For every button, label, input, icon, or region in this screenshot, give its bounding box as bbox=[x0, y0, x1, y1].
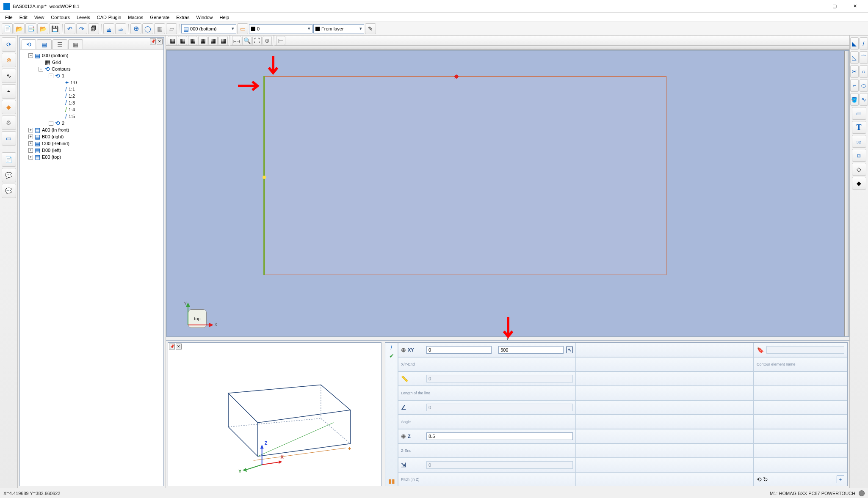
circle-button[interactable] bbox=[142, 23, 153, 34]
tree-node-seg-sel[interactable]: 1:4 bbox=[22, 106, 162, 113]
minimize-button[interactable]: — bbox=[804, 0, 824, 13]
fit-button[interactable] bbox=[252, 36, 262, 45]
color-combo[interactable]: 0▾ bbox=[249, 24, 312, 33]
viewport[interactable]: ✸ top X Y bbox=[166, 50, 849, 337]
tree-node-seg[interactable]: 1:3 bbox=[22, 99, 162, 106]
collapse-icon[interactable]: − bbox=[39, 67, 43, 72]
menu-view[interactable]: View bbox=[31, 14, 48, 21]
menu-macros[interactable]: Macros bbox=[124, 14, 147, 21]
target-button[interactable] bbox=[263, 36, 272, 45]
measure-button[interactable] bbox=[232, 36, 241, 45]
undo-button[interactable] bbox=[64, 23, 75, 34]
menu-generate[interactable]: Generate bbox=[147, 14, 173, 21]
add-button[interactable]: + bbox=[837, 476, 844, 483]
contour-rotate-button[interactable] bbox=[2, 37, 16, 52]
tri-button[interactable] bbox=[850, 37, 859, 50]
checkmark-icon[interactable]: ✔ bbox=[389, 353, 394, 359]
circle-tool-button[interactable] bbox=[860, 65, 868, 78]
tree-node-seg[interactable]: 1:2 bbox=[22, 93, 162, 99]
clamp-button[interactable]: Ⲳ bbox=[2, 84, 16, 99]
route-button[interactable]: ◆ bbox=[2, 100, 16, 114]
expand-icon[interactable]: + bbox=[28, 155, 33, 160]
layer-combo[interactable]: From layer▾ bbox=[313, 24, 364, 33]
ellipse-button[interactable] bbox=[860, 79, 868, 92]
fillet-button[interactable] bbox=[850, 79, 859, 92]
collapse-icon[interactable]: − bbox=[49, 74, 53, 78]
edit-layer-button[interactable]: ✎ bbox=[365, 23, 376, 34]
save-button[interactable] bbox=[49, 23, 60, 34]
refresh-icon[interactable]: ⟲ bbox=[757, 476, 762, 482]
expand-icon[interactable]: + bbox=[28, 128, 33, 132]
dim-button[interactable] bbox=[276, 36, 285, 45]
gear-button[interactable] bbox=[2, 116, 16, 130]
menu-help[interactable]: Help bbox=[216, 14, 233, 21]
faq-button[interactable]: 💬 bbox=[2, 184, 16, 198]
z-input[interactable] bbox=[426, 432, 573, 440]
tree-node-b00[interactable]: +B00 (right) bbox=[22, 133, 162, 140]
tree-node-seg[interactable]: 1:5 bbox=[22, 113, 162, 120]
tree-node-pt[interactable]: 1:0 bbox=[22, 79, 162, 86]
y-input[interactable] bbox=[498, 346, 564, 354]
perspective-button[interactable] bbox=[166, 23, 177, 34]
menu-extras[interactable]: Extras bbox=[173, 14, 193, 21]
page-button[interactable] bbox=[2, 152, 16, 167]
expand-icon[interactable]: + bbox=[28, 141, 33, 146]
open2-button[interactable] bbox=[37, 23, 48, 34]
tree-node-root[interactable]: −000 (bottom) bbox=[22, 52, 162, 59]
replace-button[interactable] bbox=[115, 23, 126, 34]
arc-button[interactable] bbox=[860, 51, 868, 64]
zoom-button[interactable] bbox=[242, 36, 252, 45]
pin-button[interactable]: 📌 bbox=[169, 344, 175, 349]
bucket-button[interactable] bbox=[850, 93, 859, 106]
open-button[interactable] bbox=[14, 23, 25, 34]
rect-button[interactable] bbox=[2, 131, 16, 146]
saw-button[interactable]: ∿ bbox=[2, 69, 16, 83]
mirror-button[interactable] bbox=[852, 149, 866, 162]
pin-button[interactable]: 📌 bbox=[150, 39, 156, 44]
view-top-button[interactable] bbox=[178, 36, 187, 45]
view-half-button[interactable] bbox=[218, 36, 228, 45]
trim-button[interactable] bbox=[850, 65, 859, 78]
level-combo[interactable]: 000 (bottom)▾ bbox=[181, 24, 236, 33]
menu-levels[interactable]: Levels bbox=[73, 14, 94, 21]
extra2-button[interactable]: ◆ bbox=[852, 177, 866, 190]
tree-node-c00[interactable]: +C00 (Behind) bbox=[22, 140, 162, 147]
line-icon[interactable] bbox=[391, 344, 393, 350]
menu-window[interactable]: Window bbox=[193, 14, 216, 21]
cube-button[interactable] bbox=[154, 23, 165, 34]
tree-node-a00[interactable]: +A00 (In front) bbox=[22, 127, 162, 133]
view-front-button[interactable] bbox=[188, 36, 197, 45]
tree-node-contours[interactable]: −Contours bbox=[22, 66, 162, 72]
request-button[interactable] bbox=[2, 168, 16, 182]
tree-node-d00[interactable]: +D00 (left) bbox=[22, 147, 162, 154]
rect-tool-button[interactable] bbox=[852, 107, 866, 120]
text-tool-button[interactable] bbox=[852, 121, 866, 134]
tree-node-grid[interactable]: Grid bbox=[22, 59, 162, 66]
line-tool-button[interactable] bbox=[860, 37, 868, 50]
expand-icon[interactable]: + bbox=[28, 148, 33, 153]
view-iso-button[interactable] bbox=[168, 36, 177, 45]
menu-cadplugin[interactable]: CAD-Plugin bbox=[94, 14, 124, 21]
3d-button[interactable] bbox=[852, 135, 866, 148]
tree-node-c2[interactable]: +2 bbox=[22, 120, 162, 127]
mill-button[interactable] bbox=[2, 53, 16, 67]
tab-grid[interactable] bbox=[68, 39, 83, 49]
pick-point-button[interactable]: ↖ bbox=[566, 347, 573, 353]
tab-layers[interactable] bbox=[37, 39, 52, 49]
paste-button[interactable] bbox=[88, 23, 99, 34]
x-input[interactable] bbox=[426, 346, 492, 354]
close-panel-button[interactable]: ✕ bbox=[176, 344, 182, 349]
tree-node-e00[interactable]: +E00 (top) bbox=[22, 154, 162, 160]
view-side-button[interactable] bbox=[198, 36, 207, 45]
tri2-button[interactable] bbox=[850, 51, 859, 64]
template-button[interactable] bbox=[25, 23, 36, 34]
tab-contours[interactable] bbox=[22, 39, 36, 49]
maximize-button[interactable]: ▢ bbox=[825, 0, 844, 13]
view-all-button[interactable] bbox=[208, 36, 218, 45]
tree-node-c1[interactable]: −1 bbox=[22, 72, 162, 79]
tab-list[interactable] bbox=[53, 39, 67, 49]
globe-button[interactable] bbox=[130, 23, 141, 34]
tabs-icon[interactable]: ▮▮ bbox=[388, 478, 395, 484]
menu-edit[interactable]: Edit bbox=[16, 14, 31, 21]
menu-contours[interactable]: Contours bbox=[47, 14, 73, 21]
